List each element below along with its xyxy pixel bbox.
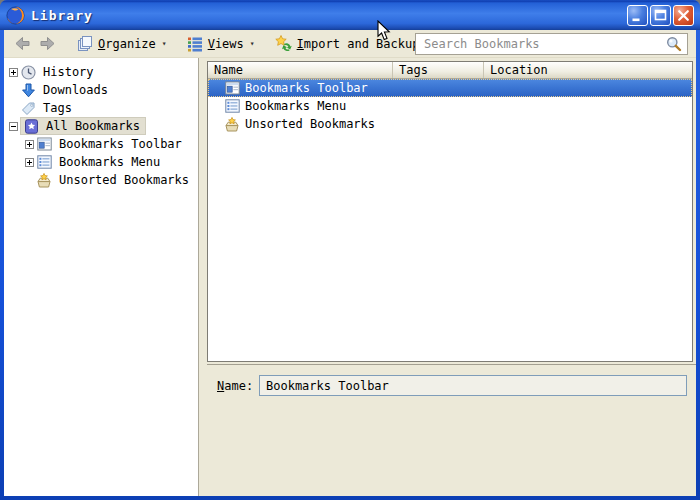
list-row-label: Unsorted Bookmarks (245, 117, 375, 131)
sidebar-item-bookmarks-menu[interactable]: Bookmarks Menu (4, 153, 198, 171)
search-icon[interactable] (666, 36, 682, 52)
views-button[interactable]: Views ▾ (182, 34, 260, 54)
pane-splitter[interactable] (199, 58, 207, 496)
views-label: Views (208, 37, 244, 51)
list-row-label: Bookmarks Menu (245, 99, 346, 113)
unsorted-bookmarks-icon (224, 116, 240, 132)
all-bookmarks-icon (23, 118, 39, 134)
sidebar-item-label: Bookmarks Menu (56, 154, 163, 170)
sidebar-item-all-bookmarks[interactable]: All Bookmarks (4, 117, 198, 135)
organize-label: Organize (98, 37, 156, 51)
forward-arrow-icon (39, 36, 56, 51)
import-and-backup-button[interactable]: Import and Backup ▾ (270, 33, 436, 54)
list-row-bookmarks-toolbar[interactable]: Bookmarks Toolbar (208, 79, 692, 97)
import-and-backup-label: Import and Backup (297, 37, 420, 51)
sidebar-item-label: All Bookmarks (43, 118, 143, 134)
title-bar[interactable]: Library (0, 0, 700, 30)
import-backup-icon (275, 35, 292, 52)
sidebar-item-unsorted-bookmarks[interactable]: Unsorted Bookmarks (4, 171, 198, 189)
search-box (415, 33, 688, 55)
chevron-down-icon: ▾ (162, 39, 167, 48)
list-row-unsorted-bookmarks[interactable]: Unsorted Bookmarks (208, 115, 692, 133)
firefox-icon (6, 6, 25, 25)
sidebar-item-label: Tags (40, 100, 75, 116)
bookmarks-toolbar-icon (36, 136, 52, 152)
sidebar-tree: History Downloads Tags (4, 58, 199, 496)
expander-plus-icon[interactable] (9, 68, 20, 77)
main-pane: Name Tags Location Bookmarks Toolbar (207, 58, 696, 496)
bookmarks-menu-icon (36, 154, 52, 170)
name-field[interactable] (259, 375, 687, 396)
expander-plus-icon[interactable] (25, 158, 36, 167)
bookmarks-list: Name Tags Location Bookmarks Toolbar (207, 61, 693, 362)
list-row-label: Bookmarks Toolbar (245, 81, 368, 95)
back-arrow-icon (14, 36, 31, 51)
organize-button[interactable]: Organize ▾ (72, 34, 172, 54)
list-header: Name Tags Location (208, 62, 692, 79)
chevron-down-icon: ▾ (250, 39, 255, 48)
download-arrow-icon (20, 82, 36, 98)
details-pane: Name: (207, 364, 696, 496)
sidebar-item-label: Unsorted Bookmarks (56, 172, 192, 188)
maximize-button[interactable] (650, 5, 671, 26)
history-clock-icon (20, 64, 36, 80)
close-button[interactable] (673, 5, 694, 26)
minimize-button[interactable] (627, 5, 648, 26)
search-input[interactable] (416, 37, 666, 51)
tag-icon (20, 100, 36, 116)
sidebar-item-tags[interactable]: Tags (4, 99, 198, 117)
expander-plus-icon[interactable] (25, 140, 36, 149)
toolbar: Organize ▾ Views ▾ Import (4, 30, 696, 58)
sidebar-item-label: Bookmarks Toolbar (56, 136, 185, 152)
close-icon (675, 7, 692, 24)
window-title: Library (31, 8, 93, 23)
sidebar-item-label: Downloads (40, 82, 111, 98)
back-button[interactable] (12, 35, 33, 52)
column-header-tags[interactable]: Tags (393, 62, 484, 78)
maximize-icon (652, 7, 669, 24)
sidebar-item-history[interactable]: History (4, 63, 198, 81)
column-header-name[interactable]: Name (208, 62, 393, 78)
sidebar-item-bookmarks-toolbar[interactable]: Bookmarks Toolbar (4, 135, 198, 153)
organize-icon (77, 36, 93, 52)
list-rows: Bookmarks Toolbar Bookmarks Menu Unsorte… (208, 79, 692, 361)
views-icon (187, 36, 203, 52)
forward-button[interactable] (37, 35, 58, 52)
window-body: Organize ▾ Views ▾ Import (4, 30, 696, 496)
list-row-bookmarks-menu[interactable]: Bookmarks Menu (208, 97, 692, 115)
unsorted-bookmarks-icon (36, 172, 52, 188)
bookmarks-toolbar-icon (224, 80, 240, 96)
name-field-label: Name: (217, 379, 259, 393)
sidebar-item-label: History (40, 64, 97, 80)
library-window: Library (0, 0, 700, 500)
column-header-location[interactable]: Location (484, 62, 692, 78)
sidebar-item-downloads[interactable]: Downloads (4, 81, 198, 99)
minimize-icon (629, 7, 646, 24)
expander-minus-icon[interactable] (9, 122, 20, 131)
bookmarks-menu-icon (224, 98, 240, 114)
